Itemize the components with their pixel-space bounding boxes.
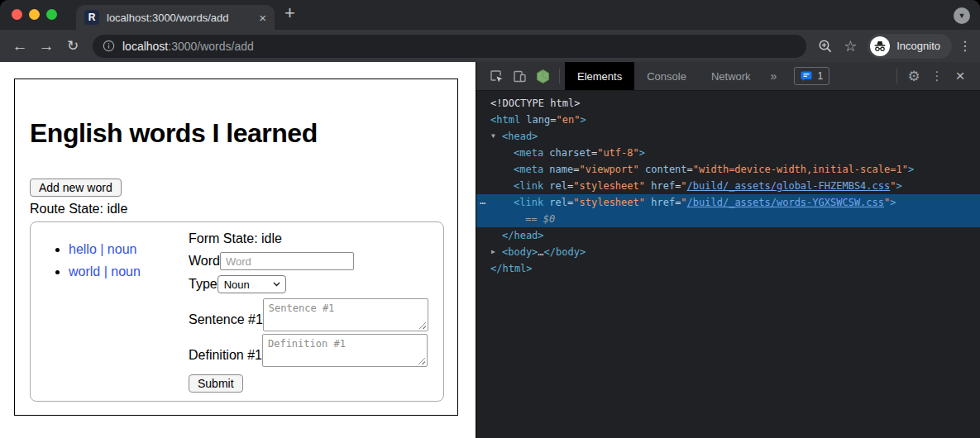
definition-row: Definition #1 [189,334,428,367]
code-token: <html [490,114,520,126]
maximize-window-button[interactable] [46,9,57,20]
code-token: > [890,197,896,208]
tab-close-icon[interactable]: × [259,12,266,24]
device-toolbar-icon[interactable] [508,64,531,88]
code-line[interactable]: </head> [476,227,980,244]
code-token: href [651,197,675,208]
browser-window: R localhost:3000/words/add × + ▼ ← → ↻ l… [0,0,980,438]
word-list-item: world | noun [69,264,189,279]
web-page: English words I learned Add new word Rou… [0,62,476,438]
code-line[interactable]: <meta name="viewport" content="width=dev… [476,161,980,178]
code-token: <body> [502,246,538,258]
word-link[interactable]: world | noun [69,264,141,279]
tab-overflow-chevron-icon[interactable]: ▼ [954,7,970,24]
settings-gear-icon[interactable]: ⚙ [902,64,925,88]
add-new-word-button[interactable]: Add new word [30,179,122,197]
incognito-icon [873,40,887,53]
back-button[interactable]: ← [7,38,33,54]
word-link[interactable]: hello | noun [69,242,136,256]
code-line[interactable]: …<link rel="stylesheet" href="/build/_as… [476,194,980,211]
expand-arrow-icon[interactable]: ▼ [491,128,495,145]
code-line[interactable]: <link rel="stylesheet" href="/build/_ass… [476,178,980,194]
code-token: </body> [544,246,586,258]
url-text: localhost:3000/words/add [122,40,254,53]
devtools-tab-elements[interactable]: Elements [565,62,634,90]
word-label: Word [189,254,220,269]
code-line[interactable]: <meta charset="utf-8"> [476,145,980,161]
devtools-close-icon[interactable]: × [949,64,972,88]
browser-menu-icon[interactable]: ⋮ [957,38,973,54]
route-state-text: Route State: idle [30,202,127,217]
new-tab-button[interactable]: + [284,2,295,24]
code-token: > [896,180,901,192]
incognito-label: Incognito [896,40,940,52]
more-tabs-icon[interactable]: » [763,69,785,83]
code-line[interactable]: <!DOCTYPE html> [476,95,980,112]
code-line[interactable]: == $0 [476,211,980,227]
collapse-arrow-icon[interactable]: ▶ [491,244,495,260]
sentence-label: Sentence #1 [189,312,263,327]
code-line[interactable]: ▶<body>…</body> [476,244,980,260]
code-token: = [550,114,556,126]
definition-textarea-wrap [262,334,428,367]
code-token: charset [549,147,591,159]
devtools-menu-icon[interactable]: ⋮ [925,64,949,88]
code-token [639,164,645,175]
content-area: English words I learned Add new word Rou… [0,62,980,438]
remix-favicon-icon: R [84,10,99,25]
code-line[interactable]: <html lang="en"> [476,112,980,128]
sentence-textarea[interactable] [263,298,428,331]
word-list: hello | nounworld | noun [31,242,189,401]
code-token: $0 [543,213,555,225]
definition-label: Definition #1 [189,348,262,363]
add-word-form: Form State: idle Word Type Noun [189,222,428,401]
extension-hexagon-icon[interactable] [531,64,554,88]
code-token: "viewport" [580,164,639,175]
forward-button[interactable]: → [33,38,60,54]
code-token: <link [514,180,543,192]
code-token: "en" [557,114,581,126]
close-window-button[interactable] [12,9,22,20]
more-actions-marker[interactable]: … [480,193,486,209]
code-token: content [645,164,687,175]
reload-button[interactable]: ↻ [60,39,86,53]
type-label: Type [189,277,218,292]
site-info-icon[interactable] [103,40,115,52]
tab-strip: R localhost:3000/words/add × + ▼ [0,0,980,30]
zoom-icon[interactable] [813,39,838,54]
word-row: Word [189,252,428,270]
code-token: … [538,246,543,258]
address-bar[interactable]: localhost:3000/words/add [93,35,806,58]
definition-textarea[interactable] [262,334,428,367]
issues-bubble-icon [801,71,812,81]
code-token: <meta [514,147,543,159]
incognito-avatar [870,36,890,56]
code-token: " [681,197,686,208]
inspect-element-icon[interactable] [485,64,508,88]
devtools-panel: ElementsConsoleNetwork » 1 ⚙ ⋮ × <!DOCTY… [476,62,980,438]
submit-button[interactable]: Submit [189,374,243,393]
sentence-row: Sentence #1 [189,298,428,331]
url-host: localhost [122,40,168,53]
code-line[interactable]: ▼<head> [476,128,980,145]
browser-tab[interactable]: R localhost:3000/words/add × [76,5,275,30]
type-select[interactable]: Noun [218,275,286,293]
issues-badge[interactable]: 1 [794,67,829,85]
word-input[interactable] [220,252,354,270]
chevron-down-icon [273,282,280,287]
dom-tree: <!DOCTYPE html><html lang="en">▼<head><m… [476,91,980,438]
issues-count: 1 [817,70,823,82]
code-token: "utf-8" [597,147,639,159]
app-container: English words I learned Add new word Rou… [14,79,458,416]
minimize-window-button[interactable] [29,9,40,20]
devtools-tab-network[interactable]: Network [699,62,763,90]
code-token: /build/_assets/words-YGXSWCSW.css [687,197,884,208]
code-token: </head> [502,230,544,241]
type-select-value: Noun [224,279,250,291]
devtools-tab-console[interactable]: Console [634,62,699,90]
code-token: > [639,147,645,159]
code-token: = [573,164,579,175]
incognito-badge[interactable]: Incognito [868,34,952,59]
code-line[interactable]: </html> [476,260,980,277]
bookmark-star-icon[interactable]: ☆ [838,37,863,55]
